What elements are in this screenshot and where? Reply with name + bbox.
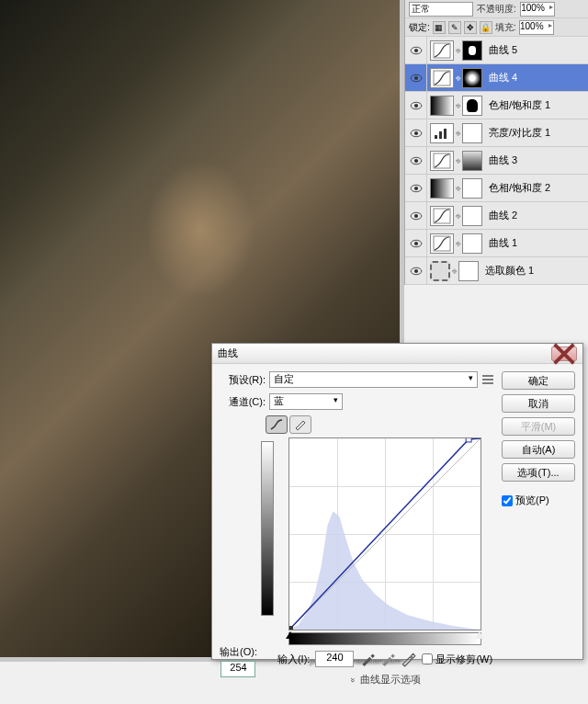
visibility-toggle[interactable] (405, 202, 427, 230)
lock-label: 锁定: (409, 21, 430, 34)
layers-panel: 正常 不透明度: 100% 锁定: ▦ ✎ ✥ 🔒 填充: 100% ⎆曲线 5… (404, 0, 588, 285)
svg-point-1 (413, 48, 417, 51)
layer-row[interactable]: ⎆曲线 3 (405, 147, 588, 175)
visibility-toggle[interactable] (405, 257, 427, 285)
link-icon: ⎆ (452, 267, 457, 276)
svg-point-7 (413, 103, 417, 107)
opacity-label: 不透明度: (477, 3, 516, 16)
eye-icon (410, 74, 423, 83)
eye-icon (410, 156, 423, 165)
curves-thumb-icon (430, 151, 454, 171)
input-label: 输入(I): (277, 653, 310, 666)
layer-mask-thumb[interactable] (462, 40, 482, 61)
smooth-button: 平滑(M) (502, 417, 575, 436)
link-icon: ⎆ (456, 74, 460, 83)
layer-name[interactable]: 曲线 2 (485, 209, 517, 222)
preview-checkbox[interactable]: 预览(P) (502, 494, 575, 507)
chevron-down-icon: » (347, 677, 356, 682)
layer-name[interactable]: 曲线 1 (485, 236, 517, 250)
layer-name[interactable]: 曲线 4 (485, 71, 517, 85)
layer-row[interactable]: ⎆曲线 5 (405, 37, 588, 64)
layer-mask-thumb[interactable] (462, 123, 482, 143)
curve-pencil-tool[interactable] (289, 415, 311, 434)
svg-rect-11 (439, 131, 442, 139)
link-icon: ⎆ (456, 239, 460, 248)
eye-icon (410, 239, 423, 248)
layer-mask-thumb[interactable] (462, 68, 482, 88)
lock-move-icon[interactable]: ✥ (464, 21, 477, 34)
layer-mask-thumb[interactable] (462, 206, 482, 226)
visibility-toggle[interactable] (405, 37, 427, 64)
svg-point-25 (413, 268, 417, 272)
cancel-button[interactable]: 取消 (502, 394, 575, 413)
svg-rect-28 (289, 626, 293, 630)
layer-mask-thumb[interactable] (462, 178, 482, 199)
dialog-titlebar[interactable]: 曲线 (212, 344, 582, 364)
output-input[interactable]: 254 (220, 661, 255, 677)
preset-select[interactable]: 自定 (269, 371, 478, 388)
visibility-toggle[interactable] (405, 119, 427, 147)
lock-all-icon[interactable]: 🔒 (480, 21, 492, 34)
svg-rect-27 (466, 438, 471, 442)
output-label: 输出(O): (220, 645, 257, 659)
fill-label: 填充: (495, 21, 516, 34)
lock-pixels-icon[interactable]: ✎ (448, 21, 461, 34)
layer-name[interactable]: 曲线 5 (485, 43, 517, 57)
layer-name[interactable]: 色相/饱和度 1 (485, 98, 550, 112)
selective-color-thumb-icon (430, 261, 450, 281)
curves-graph[interactable] (288, 437, 481, 630)
layer-row[interactable]: ⎆曲线 4 (405, 64, 588, 92)
eye-icon (410, 267, 423, 276)
curve-line (289, 438, 481, 630)
layer-mask-thumb[interactable] (462, 233, 482, 254)
layer-name[interactable]: 亮度/对比度 1 (485, 126, 550, 140)
link-icon: ⎆ (456, 46, 460, 55)
layer-name[interactable]: 曲线 3 (485, 153, 517, 167)
auto-button[interactable]: 自动(A) (502, 440, 575, 459)
layer-name[interactable]: 选取颜色 1 (481, 264, 534, 278)
eye-icon (410, 129, 423, 138)
options-button[interactable]: 选项(T)... (502, 463, 575, 482)
input-gradient[interactable] (288, 632, 481, 645)
curve-point-tool[interactable] (266, 415, 288, 434)
input-input[interactable]: 240 (315, 651, 354, 667)
visibility-toggle[interactable] (405, 92, 427, 119)
output-gradient (261, 441, 274, 616)
channel-label: 通道(C): (220, 395, 266, 409)
layer-row[interactable]: ⎆亮度/对比度 1 (405, 119, 588, 147)
layer-row[interactable]: ⎆曲线 1 (405, 230, 588, 257)
eyedropper-black-icon[interactable] (359, 651, 376, 667)
layers-list: ⎆曲线 5⎆曲线 4⎆色相/饱和度 1⎆亮度/对比度 1⎆曲线 3⎆色相/饱和度… (405, 37, 588, 285)
fill-input[interactable]: 100% (519, 20, 554, 35)
channel-select[interactable]: 蓝 (269, 393, 343, 410)
layer-row[interactable]: ⎆选取颜色 1 (405, 257, 588, 285)
visibility-toggle[interactable] (405, 175, 427, 202)
lock-transparent-icon[interactable]: ▦ (433, 21, 446, 34)
show-clip-checkbox[interactable]: 显示修剪(W) (422, 653, 492, 666)
layer-mask-thumb[interactable] (458, 261, 479, 281)
layer-row[interactable]: ⎆曲线 2 (405, 202, 588, 230)
layer-row[interactable]: ⎆色相/饱和度 2 (405, 175, 588, 202)
close-button[interactable] (551, 346, 577, 361)
gradient-thumb-icon (430, 96, 454, 116)
layer-mask-thumb[interactable] (462, 96, 482, 116)
curves-thumb-icon (430, 233, 454, 254)
ok-button[interactable]: 确定 (502, 371, 575, 390)
preset-menu-icon[interactable] (481, 374, 494, 385)
eye-icon (410, 184, 423, 193)
link-icon: ⎆ (456, 184, 460, 193)
blend-mode-select[interactable]: 正常 (409, 2, 473, 17)
svg-point-9 (413, 131, 417, 134)
eyedropper-gray-icon[interactable] (379, 651, 396, 667)
opacity-input[interactable]: 100% (520, 2, 555, 17)
visibility-toggle[interactable] (405, 64, 427, 92)
display-options-toggle[interactable]: » 曲线显示选项 (350, 673, 421, 687)
visibility-toggle[interactable] (405, 230, 427, 257)
eyedropper-white-icon[interactable] (400, 651, 416, 667)
eye-icon (410, 101, 423, 110)
layer-mask-thumb[interactable] (462, 151, 482, 171)
layer-row[interactable]: ⎆色相/饱和度 1 (405, 92, 588, 119)
layer-name[interactable]: 色相/饱和度 2 (485, 181, 550, 195)
visibility-toggle[interactable] (405, 147, 427, 175)
svg-rect-12 (444, 129, 447, 139)
